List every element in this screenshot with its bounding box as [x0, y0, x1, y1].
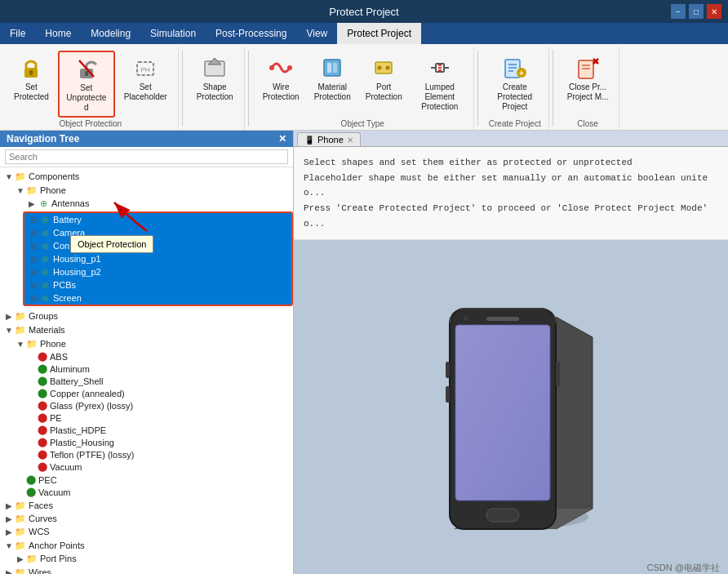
mat-icon-vacuum-phone: ⬤	[38, 461, 47, 472]
expand-components[interactable]: ▼	[3, 172, 15, 181]
set-unprotected-button[interactable]: SetUnprotected	[58, 51, 115, 118]
close-button[interactable]: ✕	[707, 4, 721, 19]
tree-row-materials[interactable]: ▼ 📁 Materials	[0, 323, 293, 336]
tree-item-materials-phone: ▼ 📁 Phone ⬤ABS ⬤Aluminum ⬤Battery_Shell …	[11, 336, 293, 474]
ribbon-group-shape-buttons: ShapeProtection	[191, 51, 239, 127]
component-icon-pcbs: ⊕	[39, 279, 51, 291]
mat-icon-copper: ⬤	[38, 388, 47, 398]
tree-row-vacuum-phone[interactable]: ⬤Vacuum	[23, 461, 293, 473]
tree-item-materials: ▼ 📁 Materials ▼ 📁 Phone ⬤ABS ⬤Aluminum	[0, 323, 293, 499]
expand-housing-p1[interactable]: ⊞	[28, 255, 39, 264]
tree-row-screen[interactable]: ⊞ ⊕ Screen	[24, 291, 291, 305]
tree-row-connector[interactable]: ⊞ ⊕ Connector	[24, 239, 291, 252]
expand-antennas[interactable]: ▶	[26, 199, 38, 208]
folder-icon-groups: 📁	[15, 310, 26, 322]
folder-icon-port-pins: 📁	[26, 553, 38, 564]
material-protection-button[interactable]: MaterialProtection	[309, 51, 357, 106]
svg-text:+: +	[519, 69, 524, 78]
tree-row-vacuum[interactable]: ⬤Vacuum	[11, 486, 293, 498]
svg-rect-42	[556, 362, 560, 386]
tree-row-antennas[interactable]: ▶ ⊕ Antennas	[23, 197, 293, 210]
nav-tree: ▼ 📁 Components ▼ 📁 Phone	[0, 167, 293, 574]
component-icon-battery: ⊕	[39, 214, 51, 225]
tree-row-anchor-points[interactable]: ▼ 📁 Anchor Points	[0, 539, 293, 552]
search-input[interactable]	[5, 149, 288, 164]
expand-groups[interactable]: ▶	[3, 312, 15, 321]
tree-row-housing-p1[interactable]: ⊞ ⊕ Housing_p1	[24, 252, 291, 265]
lumped-element-button[interactable]: Lumped ElementProtection	[411, 51, 468, 116]
menu-view[interactable]: View	[296, 23, 337, 44]
tree-row-housing-p2[interactable]: ⊞ ⊕ Housing_p2	[24, 265, 291, 278]
svg-rect-38	[455, 325, 550, 501]
svg-point-16	[386, 66, 390, 70]
antennas-label: Antennas	[51, 198, 89, 208]
expand-housing-p2[interactable]: ⊞	[28, 268, 39, 277]
menu-protect-project[interactable]: Protect Project	[337, 23, 421, 44]
wire-protection-icon	[268, 55, 294, 81]
nav-close-icon[interactable]: ✕	[278, 133, 286, 145]
title-bar: Protect Project − □ ✕	[0, 0, 728, 23]
tree-row-plastic-housing[interactable]: ⬤Plastic_Housing	[23, 436, 293, 448]
tree-item-anchor-points: ▼ 📁 Anchor Points ▶ 📁 Port Pins	[0, 538, 293, 566]
tree-row-camera[interactable]: ⊞ ⊕ Camera	[24, 226, 291, 239]
shape-protection-button[interactable]: ShapeProtection	[191, 51, 239, 106]
maximize-button[interactable]: □	[689, 4, 704, 19]
tree-row-plastic-hdpe[interactable]: ⬤Plastic_HDPE	[23, 424, 293, 436]
set-protected-button[interactable]: SetProtected	[8, 51, 55, 106]
menu-simulation[interactable]: Simulation	[140, 23, 206, 44]
menu-modeling[interactable]: Modeling	[81, 23, 140, 44]
expand-connector[interactable]: ⊞	[28, 242, 39, 251]
tree-row-teflon[interactable]: ⬤Teflon (PTFE) (lossy)	[23, 448, 293, 461]
window-controls[interactable]: − □ ✕	[671, 4, 721, 19]
tree-row-pe[interactable]: ⬤PE	[23, 412, 293, 424]
tree-row-abs[interactable]: ⬤ABS	[23, 350, 293, 363]
tree-row-copper[interactable]: ⬤Copper (annealed)	[23, 387, 293, 399]
expand-phone[interactable]: ▼	[15, 186, 26, 195]
tree-row-pec[interactable]: ⬤PEC	[11, 474, 293, 486]
expand-battery[interactable]: ⊞	[28, 216, 39, 225]
tree-row-materials-phone[interactable]: ▼ 📁 Phone	[11, 337, 293, 350]
expand-screen[interactable]: ⊞	[28, 294, 39, 303]
expand-materials[interactable]: ▼	[3, 326, 15, 335]
close-project-button[interactable]: Close Pr...Project M...	[562, 51, 615, 106]
tree-row-components[interactable]: ▼ 📁 Components	[0, 170, 293, 183]
component-icon-connector: ⊕	[39, 240, 51, 251]
expand-camera[interactable]: ⊞	[28, 229, 39, 238]
ribbon: SetProtected SetUnprotected	[0, 44, 728, 131]
tree-row-pcbs[interactable]: ⊞ ⊕ PCBs	[24, 278, 291, 291]
tree-row-phone[interactable]: ▼ 📁 Phone	[11, 184, 293, 197]
tree-row-wcs[interactable]: ▶ 📁 WCS	[0, 525, 293, 538]
tree-row-curves[interactable]: ▶ 📁 Curves	[0, 512, 293, 525]
folder-icon-mat-phone: 📁	[26, 338, 38, 349]
shape-protection-icon	[202, 55, 228, 81]
tree-row-aluminum[interactable]: ⬤Aluminum	[23, 363, 293, 375]
mat-icon-vacuum: ⬤	[26, 487, 36, 497]
housing-p2-label: Housing_p2	[53, 267, 101, 277]
tree-row-groups[interactable]: ▶ 📁 Groups	[0, 309, 293, 323]
set-placeholder-button[interactable]: PH SetPlaceholder	[118, 51, 173, 106]
menu-home[interactable]: Home	[35, 23, 81, 44]
wire-protection-button[interactable]: WireProtection	[257, 51, 305, 106]
expand-materials-phone[interactable]: ▼	[15, 340, 26, 349]
tree-row-glass[interactable]: ⬤Glass (Pyrex) (lossy)	[23, 399, 293, 412]
pcbs-label: PCBs	[53, 280, 76, 290]
menu-post-processing[interactable]: Post-Processing	[206, 23, 296, 44]
tree-row-battery[interactable]: ⊞ ⊕ Battery	[24, 213, 291, 226]
tab-phone[interactable]: 📱 Phone ✕	[297, 132, 361, 146]
tree-row-port-pins[interactable]: ▶ 📁 Port Pins	[11, 552, 293, 565]
tree-row-battery-shell[interactable]: ⬤Battery_Shell	[23, 375, 293, 387]
menu-file[interactable]: File	[0, 23, 35, 44]
tree-row-faces[interactable]: ▶ 📁 Faces	[0, 499, 293, 512]
tree-row-wires[interactable]: ▶ 📁 Wires	[0, 566, 293, 574]
info-line-3: Press 'Create Protected Project' to proc…	[304, 201, 718, 231]
screen-label: Screen	[53, 293, 82, 303]
selected-items-group: ⊞ ⊕ Battery ⊞ ⊕ Camera ⊞	[23, 211, 293, 306]
port-protection-button[interactable]: PortProtection	[360, 51, 408, 106]
minimize-button[interactable]: −	[671, 4, 686, 19]
tab-close-button[interactable]: ✕	[347, 136, 353, 145]
expand-pcbs[interactable]: ⊞	[28, 281, 39, 290]
info-panel: Select shapes and set them either as pro…	[294, 147, 728, 240]
create-protected-button[interactable]: + Create ProtectedProject	[486, 51, 544, 116]
close-label: Close	[577, 119, 598, 128]
folder-icon-phone: 📁	[26, 185, 38, 196]
